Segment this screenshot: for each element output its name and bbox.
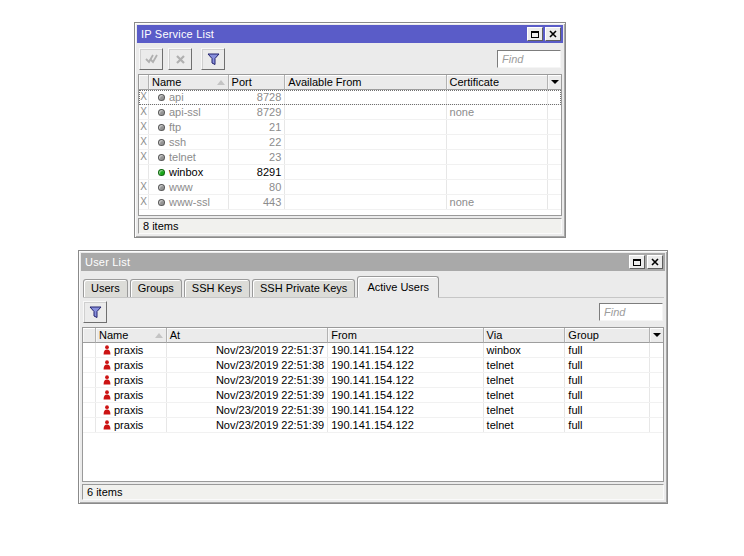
find-input[interactable]	[599, 303, 663, 321]
maximize-icon	[531, 31, 539, 38]
close-button[interactable]	[647, 255, 663, 269]
service-certificate	[447, 165, 549, 179]
session-time: Nov/23/2019 22:51:38	[167, 358, 328, 372]
service-available-from	[285, 165, 446, 179]
window-title: User List	[85, 256, 629, 268]
tab-active-users[interactable]: Active Users	[357, 276, 439, 298]
table-header-row: Name Port Available From Certificate	[139, 75, 561, 90]
row-end-cell	[650, 403, 663, 417]
row-end-cell	[548, 135, 561, 149]
header-via-label: Via	[487, 328, 562, 342]
row-end-cell	[650, 343, 663, 357]
session-from-address: 190.141.154.122	[328, 388, 483, 402]
row-end-cell	[548, 90, 561, 104]
row-status-cell	[83, 403, 96, 417]
service-row[interactable]: X telnet 23	[139, 150, 561, 165]
service-available-from	[285, 135, 446, 149]
header-status-column[interactable]	[83, 328, 96, 343]
header-at[interactable]: At	[167, 328, 328, 343]
disabled-x-mark: X	[139, 195, 149, 209]
status-bar: 8 items	[138, 218, 562, 234]
service-row[interactable]: X www 80	[139, 180, 561, 195]
active-user-row[interactable]: praxis Nov/23/2019 22:51:39 190.141.154.…	[83, 418, 663, 433]
disable-button[interactable]	[168, 48, 192, 70]
service-status-icon	[158, 109, 165, 116]
header-available-from[interactable]: Available From	[285, 75, 446, 90]
header-name[interactable]: Name	[149, 75, 229, 90]
service-row[interactable]: X ssh 22	[139, 135, 561, 150]
ip-service-list-window: IP Service List	[134, 22, 566, 238]
maximize-button[interactable]	[629, 255, 645, 269]
filter-button[interactable]	[201, 48, 225, 70]
table-body: praxis Nov/23/2019 22:51:37 190.141.154.…	[83, 343, 663, 433]
service-status-icon	[158, 139, 165, 146]
row-status-cell	[83, 418, 96, 432]
service-row[interactable]: X www-ssl 443 none	[139, 195, 561, 210]
maximize-button[interactable]	[527, 27, 543, 41]
table-header-row: Name At From Via Group	[83, 328, 663, 343]
disabled-x-mark: X	[139, 180, 149, 194]
tab-groups[interactable]: Groups	[130, 279, 182, 297]
service-available-from	[285, 180, 446, 194]
header-at-label: At	[170, 328, 324, 342]
active-user-row[interactable]: praxis Nov/23/2019 22:51:38 190.141.154.…	[83, 358, 663, 373]
session-time: Nov/23/2019 22:51:37	[167, 343, 328, 357]
find-input[interactable]	[497, 50, 561, 68]
user-name: praxis	[114, 403, 143, 417]
active-user-row[interactable]: praxis Nov/23/2019 22:51:39 190.141.154.…	[83, 373, 663, 388]
column-options-button[interactable]	[548, 75, 561, 90]
service-status-icon	[158, 169, 165, 176]
service-row[interactable]: X api-ssl 8729 none	[139, 105, 561, 120]
item-count: 6 items	[87, 486, 122, 498]
tab-ssh-private-keys[interactable]: SSH Private Keys	[252, 279, 355, 297]
active-user-row[interactable]: praxis Nov/23/2019 22:51:39 190.141.154.…	[83, 388, 663, 403]
service-name: winbox	[169, 165, 203, 179]
tab-label: Active Users	[367, 281, 429, 293]
session-from-address: 190.141.154.122	[328, 358, 483, 372]
close-button[interactable]	[545, 27, 561, 41]
user-list-window: User List Users Groups SSH Keys SSH Priv…	[78, 250, 668, 504]
session-time: Nov/23/2019 22:51:39	[167, 388, 328, 402]
tab-users[interactable]: Users	[83, 279, 128, 297]
service-status-icon	[158, 154, 165, 161]
enable-button[interactable]	[139, 48, 163, 70]
service-row[interactable]: X ftp 21	[139, 120, 561, 135]
service-status-icon	[158, 199, 165, 206]
service-row[interactable]: X api 8728	[139, 90, 561, 105]
service-port: 80	[229, 180, 286, 194]
header-via[interactable]: Via	[484, 328, 566, 343]
session-group: full	[565, 373, 650, 387]
sort-ascending-icon	[155, 333, 163, 338]
tab-label: Users	[91, 282, 120, 294]
column-options-button[interactable]	[650, 328, 663, 343]
tab-ssh-keys[interactable]: SSH Keys	[184, 279, 250, 297]
session-via: winbox	[484, 343, 566, 357]
service-row[interactable]: winbox 8291	[139, 165, 561, 180]
session-via: telnet	[484, 388, 566, 402]
service-certificate	[447, 150, 549, 164]
service-port: 8291	[229, 165, 286, 179]
header-group-label: Group	[568, 328, 646, 342]
session-time: Nov/23/2019 22:51:39	[167, 418, 328, 432]
session-time: Nov/23/2019 22:51:39	[167, 373, 328, 387]
header-from[interactable]: From	[328, 328, 483, 343]
window-titlebar[interactable]: User List	[81, 253, 665, 271]
session-group: full	[565, 418, 650, 432]
filter-button[interactable]	[83, 301, 107, 323]
active-users-table: Name At From Via Group	[82, 327, 664, 482]
active-user-row[interactable]: praxis Nov/23/2019 22:51:39 190.141.154.…	[83, 403, 663, 418]
header-status-column[interactable]	[139, 75, 149, 90]
enable-check-icon	[144, 53, 158, 65]
filter-funnel-icon	[89, 306, 102, 319]
window-titlebar[interactable]: IP Service List	[137, 25, 563, 43]
header-group[interactable]: Group	[565, 328, 650, 343]
header-certificate[interactable]: Certificate	[447, 75, 549, 90]
tab-label: Groups	[138, 282, 174, 294]
table-body: X api 8728 X api-ssl 8729 none X ftp 21 …	[139, 90, 561, 210]
header-port[interactable]: Port	[229, 75, 286, 90]
header-certificate-label: Certificate	[450, 75, 545, 89]
tab-label: SSH Private Keys	[260, 282, 347, 294]
row-end-cell	[548, 165, 561, 179]
header-name[interactable]: Name	[96, 328, 167, 343]
active-user-row[interactable]: praxis Nov/23/2019 22:51:37 190.141.154.…	[83, 343, 663, 358]
